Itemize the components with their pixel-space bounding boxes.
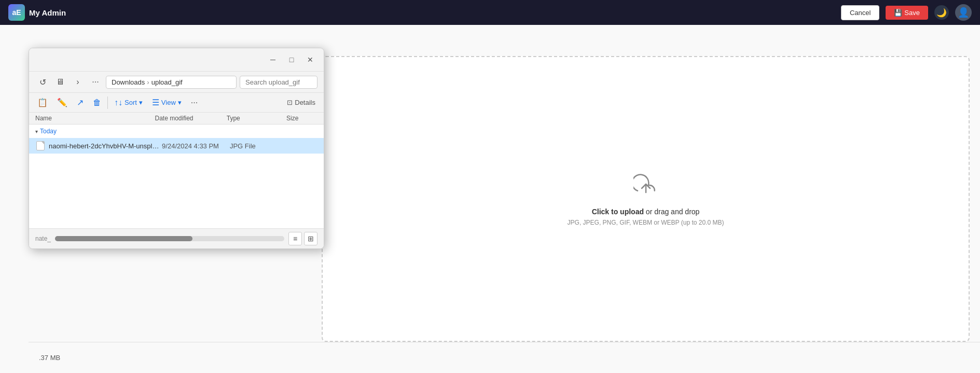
more-btn[interactable]: ··· bbox=[88, 75, 103, 89]
group-chevron-icon: ▾ bbox=[35, 129, 38, 134]
chevron-right-icon: › bbox=[76, 77, 79, 87]
col-type-header[interactable]: Type bbox=[227, 115, 286, 122]
dialog-titlebar: ─ □ ✕ bbox=[29, 48, 324, 72]
delete-button[interactable]: 🗑 bbox=[89, 95, 105, 110]
path-sep-1: › bbox=[147, 78, 149, 86]
share-button[interactable]: ↗ bbox=[73, 95, 88, 110]
upload-cloud-icon bbox=[633, 172, 658, 201]
clipboard-button[interactable]: 📋 bbox=[33, 95, 52, 110]
file-size-text: .37 MB bbox=[39, 354, 60, 362]
list-view-icon: ≡ bbox=[293, 234, 297, 243]
rename-icon: ✏️ bbox=[57, 98, 67, 107]
file-name: naomi-hebert-2dcYhvbHV-M-unsplash bbox=[49, 142, 162, 150]
delete-icon: 🗑 bbox=[93, 98, 101, 107]
file-icon bbox=[35, 141, 46, 151]
upload-text: Click to upload or drag and drop bbox=[592, 208, 700, 216]
file-date: 9/24/2024 4:33 PM bbox=[162, 142, 230, 150]
more-options-button[interactable]: ··· bbox=[187, 95, 202, 110]
scrollbar-track[interactable] bbox=[55, 236, 284, 241]
sort-button[interactable]: ↑↓ Sort ▾ bbox=[110, 95, 147, 110]
maximize-button[interactable]: □ bbox=[284, 52, 299, 67]
app-logo: aE My Admin bbox=[8, 4, 66, 21]
sort-icon: ↑↓ bbox=[114, 98, 122, 107]
col-date-header[interactable]: Date modified bbox=[155, 115, 226, 122]
file-list: ▾ Today naomi-hebert-2dcYhvbHV-M-unsplas… bbox=[29, 125, 324, 228]
header-right: Cancel 💾 Save 🌙 👤 bbox=[841, 4, 972, 21]
main-content: Click to upload or drag and drop JPG, JP… bbox=[0, 25, 980, 373]
cancel-button[interactable]: Cancel bbox=[841, 5, 879, 20]
col-name-header[interactable]: Name bbox=[35, 115, 155, 122]
ellipsis-icon: ··· bbox=[92, 77, 99, 87]
column-headers: Name Date modified Type Size bbox=[29, 113, 324, 125]
col-size-header[interactable]: Size bbox=[286, 115, 318, 122]
app-title: My Admin bbox=[29, 8, 66, 17]
group-today[interactable]: ▾ Today bbox=[29, 125, 324, 138]
bottom-bar: .37 MB bbox=[29, 342, 980, 373]
save-button[interactable]: 💾 Save bbox=[886, 6, 928, 20]
upload-area[interactable]: Click to upload or drag and drop JPG, JP… bbox=[322, 56, 970, 342]
logo-icon: aE bbox=[8, 4, 25, 21]
table-row[interactable]: naomi-hebert-2dcYhvbHV-M-unsplash 9/24/2… bbox=[29, 138, 324, 154]
folder-icon-btn[interactable]: 🖥 bbox=[53, 75, 67, 89]
minimize-button[interactable]: ─ bbox=[266, 52, 280, 67]
truncated-name: nate_ bbox=[35, 235, 51, 242]
view-button[interactable]: ☰ View ▾ bbox=[148, 95, 186, 110]
jpg-file-icon bbox=[36, 141, 45, 150]
sort-chevron-icon: ▾ bbox=[139, 99, 143, 106]
details-icon: ⊡ bbox=[287, 99, 293, 106]
toolbar: 📋 ✏️ ↗ 🗑 ↑↓ Sort ▾ ☰ View ▾ bbox=[29, 93, 324, 113]
file-type: JPG File bbox=[230, 142, 286, 150]
clipboard-icon: 📋 bbox=[37, 98, 48, 107]
search-input[interactable] bbox=[240, 76, 318, 89]
user-avatar[interactable]: 👤 bbox=[955, 4, 972, 21]
minimize-icon: ─ bbox=[270, 56, 275, 64]
list-view-button[interactable]: ≡ bbox=[288, 232, 302, 245]
view-icon: ☰ bbox=[152, 98, 159, 107]
grid-view-button[interactable]: ⊞ bbox=[304, 232, 318, 245]
chevron-right-btn[interactable]: › bbox=[71, 75, 85, 89]
path-upload-gif: upload_gif bbox=[151, 78, 183, 86]
dialog-bottom: nate_ ≡ ⊞ bbox=[29, 228, 324, 248]
upload-subtext: JPG, JPEG, PNG, GIF, WEBM or WEBP (up to… bbox=[568, 219, 724, 226]
close-button[interactable]: ✕ bbox=[303, 52, 318, 67]
view-chevron-icon: ▾ bbox=[178, 99, 182, 106]
view-toggle-buttons: ≡ ⊞ bbox=[288, 232, 318, 245]
back-icon: ↺ bbox=[39, 77, 46, 87]
share-icon: ↗ bbox=[77, 98, 84, 107]
rename-button[interactable]: ✏️ bbox=[53, 95, 72, 110]
group-label: Today bbox=[40, 128, 57, 135]
scrollbar-thumb bbox=[55, 236, 192, 241]
grid-view-icon: ⊞ bbox=[308, 234, 314, 243]
toolbar-separator bbox=[107, 96, 108, 109]
click-to-upload[interactable]: Click to upload bbox=[592, 208, 644, 216]
save-icon: 💾 bbox=[894, 9, 902, 17]
address-bar: ↺ 🖥 › ··· Downloads › upload_gif bbox=[29, 72, 324, 93]
back-button[interactable]: ↺ bbox=[35, 75, 50, 89]
folder-icon: 🖥 bbox=[56, 77, 64, 87]
close-icon: ✕ bbox=[307, 56, 313, 64]
details-button[interactable]: ⊡ Details bbox=[283, 96, 320, 109]
path-downloads: Downloads bbox=[112, 78, 145, 86]
moon-icon[interactable]: 🌙 bbox=[934, 5, 949, 20]
app-header: aE My Admin Cancel 💾 Save 🌙 👤 bbox=[0, 0, 980, 25]
file-explorer-dialog: ─ □ ✕ ↺ 🖥 › ··· Downloads bbox=[29, 48, 324, 249]
maximize-icon: □ bbox=[289, 56, 294, 64]
address-path[interactable]: Downloads › upload_gif bbox=[106, 76, 237, 89]
more-icon: ··· bbox=[191, 98, 198, 107]
